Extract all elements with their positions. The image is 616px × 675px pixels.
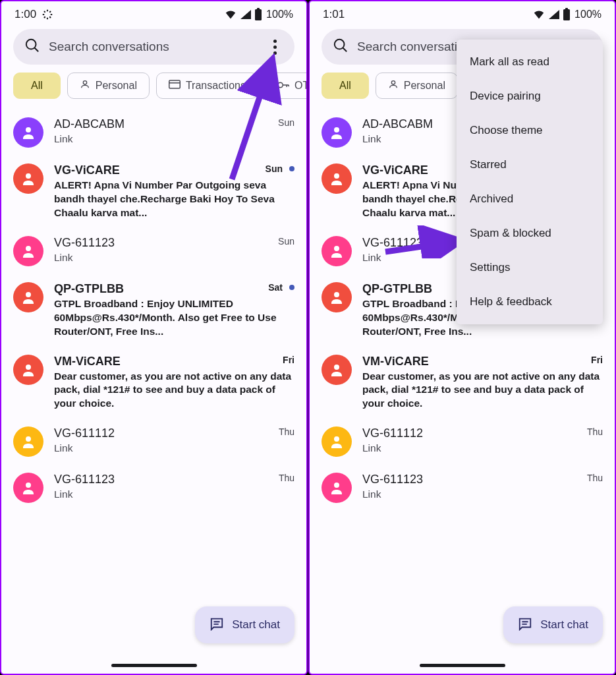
unread-indicator <box>289 166 294 171</box>
status-bar: 1:01 100% <box>310 1 615 25</box>
avatar <box>13 473 43 503</box>
svg-rect-6 <box>565 8 568 10</box>
conversation-row[interactable]: VG-611123ThuLink <box>322 465 612 511</box>
avatar <box>13 163 43 194</box>
conversation-title: AD-ABCABM <box>54 117 278 131</box>
status-time: 1:00 <box>14 8 36 21</box>
chip-personal[interactable]: Personal <box>67 73 150 99</box>
overflow-menu: Mark all as readDevice pairingChoose the… <box>457 40 603 324</box>
conversation-time: Sat <box>268 282 283 293</box>
conversation-time: Sun <box>278 117 294 128</box>
phone-right: 1:01 100% Search conversati All Personal… <box>308 0 616 675</box>
conversation-time: Thu <box>279 473 294 483</box>
start-chat-fab[interactable]: Start chat <box>503 606 603 643</box>
conversation-time: Thu <box>279 426 294 437</box>
conversation-preview: Link <box>54 442 294 455</box>
conversation-title: QP-GTPLBB <box>54 282 268 296</box>
avatar <box>13 282 43 312</box>
filter-chips: All Personal Transactions OTPs <box>1 73 306 105</box>
conversation-row[interactable]: VM-ViCAREFriDear customer, as you are no… <box>322 347 612 419</box>
avatar <box>13 117 43 148</box>
conversation-row[interactable]: VG-611112ThuLink <box>13 419 304 465</box>
chip-personal[interactable]: Personal <box>376 73 458 99</box>
svg-rect-1 <box>257 8 260 10</box>
search-icon <box>333 38 348 55</box>
conversation-row[interactable]: VG-611123SunLink <box>13 228 304 274</box>
battery-percent: 100% <box>266 9 293 20</box>
conversation-title: VG-611123 <box>54 473 279 486</box>
fab-label: Start chat <box>540 618 588 631</box>
conversation-preview: Dear customer, as you are not active on … <box>54 370 294 411</box>
more-vert-icon <box>273 40 277 55</box>
avatar <box>13 355 43 385</box>
menu-item-spam-blocked[interactable]: Spam & blocked <box>457 216 603 250</box>
svg-point-4 <box>278 82 283 88</box>
avatar <box>322 117 352 148</box>
conversation-title: VG-611112 <box>54 426 279 440</box>
avatar <box>322 426 352 457</box>
status-time: 1:01 <box>323 8 345 21</box>
wifi-icon <box>532 9 546 20</box>
menu-item-starred[interactable]: Starred <box>457 148 603 182</box>
pinwheel-icon <box>42 9 53 20</box>
battery-icon <box>254 8 262 21</box>
conversation-row[interactable]: AD-ABCABMSunLink <box>13 109 304 156</box>
conversation-preview: Link <box>54 132 294 146</box>
conversation-time: Fri <box>283 355 294 365</box>
chat-icon <box>210 616 224 634</box>
svg-rect-2 <box>169 80 181 88</box>
menu-item-settings[interactable]: Settings <box>457 250 603 285</box>
conversation-title: VG-611112 <box>362 426 587 440</box>
home-indicator[interactable] <box>420 664 505 667</box>
conversation-preview: Dear customer, as you are not active on … <box>362 370 603 411</box>
conversation-list: AD-ABCABMSunLinkVG-ViCARESunALERT! Apna … <box>1 105 306 511</box>
conversation-preview: ALERT! Apna Vi Number Par Outgoing seva … <box>54 179 294 220</box>
menu-item-help-feedback[interactable]: Help & feedback <box>457 285 603 319</box>
conversation-row[interactable]: QP-GTPLBBSatGTPL Broadband : Enjoy UNLIM… <box>13 274 304 347</box>
status-bar: 1:00 100% <box>1 1 306 25</box>
person-icon <box>80 79 90 92</box>
chip-all[interactable]: All <box>13 73 61 99</box>
menu-item-archived[interactable]: Archived <box>457 182 603 216</box>
conversation-title: VM-ViCARE <box>54 355 283 368</box>
conversation-preview: Link <box>54 488 294 502</box>
conversation-row[interactable]: VG-611112ThuLink <box>322 419 612 465</box>
conversation-title: VG-ViCARE <box>54 163 266 177</box>
avatar <box>322 282 352 312</box>
more-button[interactable] <box>264 36 285 57</box>
chip-otps[interactable]: OTPs <box>265 73 306 99</box>
search-bar[interactable]: Search conversations <box>13 29 294 65</box>
conversation-time: Thu <box>587 426 603 437</box>
card-icon <box>169 80 181 92</box>
fab-label: Start chat <box>232 618 280 631</box>
cellular-icon <box>240 9 252 20</box>
conversation-preview: Link <box>362 488 603 502</box>
home-indicator[interactable] <box>111 664 197 667</box>
avatar <box>322 163 352 194</box>
conversation-row[interactable]: VG-611123ThuLink <box>13 465 304 511</box>
avatar <box>13 426 43 457</box>
conversation-time: Fri <box>591 355 603 365</box>
avatar <box>13 236 43 266</box>
avatar <box>322 355 352 385</box>
battery-icon <box>563 8 571 21</box>
svg-rect-0 <box>255 9 262 20</box>
menu-item-choose-theme[interactable]: Choose theme <box>457 113 603 148</box>
phone-left: 1:00 100% Search conversations All Perso… <box>0 0 308 675</box>
menu-item-device-pairing[interactable]: Device pairing <box>457 79 603 113</box>
menu-item-mark-all-as-read[interactable]: Mark all as read <box>457 45 603 79</box>
conversation-row[interactable]: VM-ViCAREFriDear customer, as you are no… <box>13 347 304 419</box>
wifi-icon <box>224 9 237 20</box>
start-chat-fab[interactable]: Start chat <box>195 606 294 643</box>
chip-all[interactable]: All <box>322 73 369 99</box>
chip-transactions[interactable]: Transactions <box>156 73 258 99</box>
search-icon <box>25 38 40 55</box>
conversation-title: VG-611123 <box>362 473 587 486</box>
chat-icon <box>518 616 532 634</box>
conversation-preview: Link <box>362 442 603 455</box>
battery-percent: 100% <box>574 9 602 20</box>
conversation-time: Thu <box>587 473 603 483</box>
conversation-row[interactable]: VG-ViCARESunALERT! Apna Vi Number Par Ou… <box>13 156 304 228</box>
cellular-icon <box>548 9 560 20</box>
conversation-preview: Link <box>54 251 294 265</box>
